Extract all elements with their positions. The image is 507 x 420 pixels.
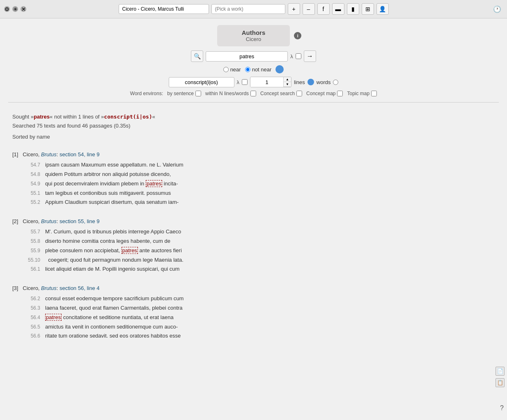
line-num: 55.10 [25, 256, 45, 264]
result-header-3: [3] Cicero, Brutus: section 56, line 4 [12, 285, 495, 291]
conscript-checkbox[interactable] [242, 79, 248, 85]
near-radio-label[interactable]: near [223, 66, 241, 73]
author-input[interactable] [119, 4, 209, 14]
line-num: 54.7 [25, 161, 45, 169]
table-row: 55.10 coegerit; quod fuit permagnum nond… [25, 256, 495, 265]
by-sentence-item: by sentence [167, 91, 201, 96]
section-link-2[interactable]: section 55, line 9 [60, 218, 100, 224]
near-row: near not near [223, 65, 284, 73]
result-num-3: [3] [12, 285, 18, 291]
doc-button[interactable]: ▬ [332, 3, 344, 15]
arrow-right-button[interactable]: → [304, 50, 316, 62]
words-label: words [317, 79, 331, 85]
line-num: 56.5 [25, 323, 45, 331]
work-link-1[interactable]: Brutus [41, 151, 57, 158]
lines-label: lines [294, 79, 305, 85]
within-n-checkbox[interactable] [250, 91, 256, 96]
line-num: 56.1 [25, 265, 45, 273]
topic-map-checkbox[interactable] [371, 91, 377, 96]
concept-map-label: Concept map [306, 91, 335, 96]
author-box: Authors Cicero [217, 25, 290, 46]
section-link-3[interactable]: section 56, line 4 [60, 285, 100, 291]
sought-prefix: Sought » [12, 114, 34, 120]
word-environs-label: Word environs: [130, 91, 163, 96]
conscript-row: λ ▲ ▼ lines words [169, 77, 339, 87]
not-near-radio[interactable] [245, 67, 250, 72]
results-area: Sought »patres« not within 1 lines of »c… [0, 108, 507, 349]
search-input[interactable] [206, 51, 288, 62]
line-num: 56.2 [25, 295, 45, 303]
help-icon[interactable]: ? [500, 404, 504, 412]
lambda-checkbox[interactable] [296, 53, 301, 59]
line-num: 54.8 [25, 171, 45, 178]
table-row: 56.2 consul esset eodemque tempore sacri… [25, 294, 495, 303]
searched-line: Searched 75 texts and found 46 passages … [12, 121, 495, 130]
line-num: 55.9 [25, 247, 45, 255]
not-near-indicator [275, 65, 284, 73]
f-button[interactable]: f [317, 3, 330, 15]
near-radio[interactable] [223, 67, 229, 72]
topic-map-label: Topic map [347, 91, 369, 96]
line-text: quidem Potitum arbitror non aliquid potu… [45, 170, 171, 179]
person-button[interactable]: 👤 [376, 3, 389, 15]
work-input[interactable] [211, 4, 285, 14]
clock-icon[interactable]: 🕐 [493, 5, 501, 13]
table-row: 55.9 plebe consulem non accipiebat, patr… [25, 247, 495, 255]
author-label: Authors [242, 29, 266, 36]
window-btn-pin[interactable]: ✳ [12, 6, 18, 12]
words-radio[interactable] [333, 80, 338, 85]
line-num: 56.4 [25, 314, 45, 322]
line-text: tam legibus et contionibus suis mitigave… [45, 189, 171, 198]
divider [8, 102, 499, 103]
work-link-2[interactable]: Brutus [41, 218, 57, 224]
environs-row: Word environs: by sentence within N line… [130, 91, 377, 96]
window-btn-close[interactable]: ✕ [21, 6, 26, 12]
minus-button[interactable]: – [303, 3, 315, 15]
result-lines-1: 54.7 ipsam causam Maxumum esse appellatu… [25, 161, 495, 207]
right-sidebar: 📄 📋 [496, 367, 505, 387]
line-text: patres concitatione et seditione nuntiat… [45, 313, 174, 322]
lambda-label: λ [290, 53, 293, 59]
search-summary: Sought »patres« not within 1 lines of »c… [12, 112, 495, 130]
topic-map-item: Topic map [347, 91, 377, 96]
result-block: [2] Cicero, Brutus: section 55, line 9 5… [12, 218, 495, 274]
number-input-wrap: ▲ ▼ [250, 77, 291, 87]
chart-button[interactable]: ▮ [347, 3, 359, 15]
by-sentence-checkbox[interactable] [195, 91, 201, 96]
highlight-term: patres [45, 314, 62, 321]
table-row: 56.5 amictus ita venit in contionem sedi… [25, 323, 495, 331]
grid-button[interactable]: ⊞ [362, 3, 374, 15]
number-input[interactable] [250, 78, 283, 87]
window-btn-gear[interactable]: ⚙ [4, 6, 10, 12]
concept-search-checkbox[interactable] [296, 91, 302, 96]
author-section: Authors Cicero i [0, 25, 507, 46]
line-num: 55.8 [25, 237, 45, 245]
table-row: 56.1 licet aliquid etiam de M. Popilli i… [25, 265, 495, 274]
line-text: M'. Curium, quod is tribunus plebis inte… [45, 228, 181, 236]
conscript-input[interactable] [169, 77, 234, 87]
concept-map-checkbox[interactable] [337, 91, 343, 96]
sidebar-icon-2[interactable]: 📋 [496, 378, 505, 387]
result-block: [3] Cicero, Brutus: section 56, line 4 5… [12, 285, 495, 340]
concept-map-item: Concept map [306, 91, 343, 96]
table-row: 54.9 qui post decemviralem invidiam pleb… [25, 180, 495, 188]
spin-down-button[interactable]: ▼ [284, 82, 291, 87]
by-sentence-label: by sentence [167, 91, 194, 96]
line-text: ritate tum oratione sedavit. sed eos ora… [45, 332, 181, 340]
sidebar-icon-1[interactable]: 📄 [496, 367, 505, 376]
info-icon[interactable]: i [294, 32, 301, 39]
line-text: amictus ita venit in contionem seditione… [45, 323, 178, 331]
not-near-radio-label[interactable]: not near [245, 66, 272, 73]
result-num-2: [2] [12, 218, 18, 224]
search-button[interactable]: 🔍 [191, 50, 203, 62]
add-button[interactable]: + [288, 3, 300, 15]
sought-line: Sought »patres« not within 1 lines of »c… [12, 112, 495, 121]
highlight-term: patres [122, 247, 138, 254]
table-row: 54.8 quidem Potitum arbitror non aliquid… [25, 170, 495, 179]
table-row: 56.3 laena faceret, quod erat flamen Car… [25, 304, 495, 313]
section-link-1[interactable]: section 54, line 9 [60, 151, 100, 158]
line-num: 54.9 [25, 180, 45, 188]
spin-up-button[interactable]: ▲ [284, 77, 291, 82]
work-link-3[interactable]: Brutus [41, 285, 57, 291]
table-row: 55.2 Appium Claudium suspicari disertum,… [25, 198, 495, 207]
